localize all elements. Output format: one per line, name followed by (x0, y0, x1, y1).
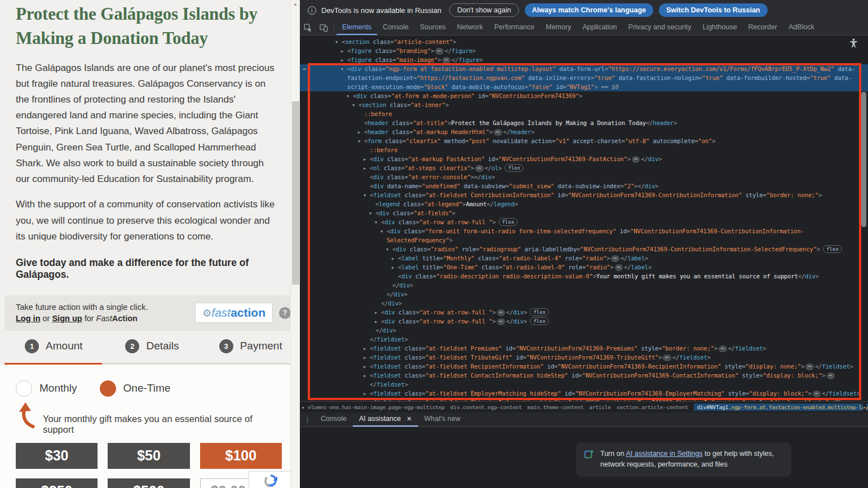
dom-tree-node[interactable]: ▸<header class="at-markup HeaderHtml">⋯<… (300, 127, 868, 136)
tab-console[interactable]: Console (377, 20, 414, 35)
radio-selected-icon[interactable] (100, 380, 116, 397)
dom-tree-node[interactable]: ▾<div class="radios" role="radiogroup" a… (300, 245, 868, 254)
expand-node-icon[interactable]: ⋯ (615, 264, 623, 271)
tree-scrollbar-thumb[interactable] (861, 92, 866, 227)
flex-badge[interactable]: flex (530, 317, 549, 325)
expand-node-icon[interactable]: ⋯ (442, 57, 450, 64)
dom-tree-node[interactable]: ▾<div class="at-row at-row-full ">flex (300, 218, 868, 227)
tab-recorder[interactable]: Recorder (743, 20, 783, 35)
step-amount[interactable]: 1Amount (5, 339, 103, 353)
log-in-link[interactable]: Log in (16, 314, 41, 323)
dom-tree-node[interactable]: </div> (300, 281, 868, 290)
dom-tree-node[interactable]: ▸<label title="One-Time" class="at-radio… (300, 263, 868, 272)
expand-node-icon[interactable]: ⋯ (827, 372, 835, 379)
expand-node-icon[interactable]: ⋯ (475, 165, 483, 172)
switch-to-russian-button[interactable]: Switch DevTools to Russian (659, 3, 767, 17)
breadcrumb-item[interactable]: main.theme-content (528, 404, 583, 410)
dom-tree-node[interactable]: ▸<fieldset class="at-fieldset Premiums" … (300, 344, 868, 353)
breadcrumb-scroll-right-icon[interactable]: ▸ (863, 402, 866, 412)
flex-badge[interactable]: flex (504, 164, 524, 172)
expand-node-icon[interactable]: ⋯ (805, 363, 813, 370)
breadcrumb-item[interactable]: div.content.ngp-content (450, 404, 522, 410)
ai-settings-link[interactable]: AI assistance in Settings (626, 450, 702, 458)
breadcrumb-item-selected[interactable]: div#NVTag1.ngp-form.at.fastaction-enable… (694, 403, 868, 411)
close-icon[interactable]: ✕ (405, 415, 411, 422)
tab-adblock[interactable]: AdBlock (783, 20, 820, 35)
inspect-icon[interactable] (300, 20, 316, 35)
breadcrumb-item[interactable]: olumns-one.has-main-image.page-ngp-multi… (308, 404, 445, 410)
frequency-option-one-time[interactable]: One-Time (100, 380, 171, 397)
dom-tree-node[interactable]: ::before (300, 145, 868, 154)
dom-tree-node[interactable]: ▸<figure class="branding">⋯</figure> (300, 46, 868, 55)
dom-tree-node[interactable]: ▸<fieldset class="at-fieldset TributeGif… (300, 353, 868, 362)
amount-button-30[interactable]: $30 (16, 443, 98, 469)
page-scrollbar[interactable]: ▲ (290, 0, 300, 488)
tab-privacy-and-security[interactable]: Privacy and security (623, 20, 697, 35)
page-scrollbar-thumb[interactable] (292, 101, 299, 285)
flex-badge[interactable]: flex (530, 308, 549, 316)
dom-tree-node[interactable]: ⋯▾<div class="ngp-form at fastaction-ena… (300, 64, 868, 91)
dom-tree-node[interactable]: </fieldset> (300, 335, 868, 344)
drawer-menu-icon[interactable]: ⋮ (300, 412, 315, 427)
tab-network[interactable]: Network (451, 20, 489, 35)
tab-memory[interactable]: Memory (540, 20, 577, 35)
recaptcha-badge[interactable] (249, 471, 292, 488)
dom-tree-node[interactable]: ▸<div class="at-row at-row-full ">⋯</div… (300, 308, 868, 317)
help-icon[interactable]: ? (279, 307, 291, 319)
flex-badge[interactable]: flex (499, 218, 518, 226)
expand-node-icon[interactable]: ⋯ (497, 309, 505, 316)
tab-elements[interactable]: Elements (336, 20, 377, 35)
radio-unselected-icon[interactable] (16, 380, 32, 397)
step-details[interactable]: 2Details (103, 339, 202, 353)
expand-node-icon[interactable]: ⋯ (663, 354, 671, 361)
expand-node-icon[interactable]: ⋯ (435, 48, 443, 55)
device-toolbar-icon[interactable] (316, 20, 331, 35)
dom-tree-node[interactable]: <legend class="at-legend">Amount</legend… (300, 199, 868, 208)
flex-badge[interactable]: flex (823, 245, 842, 253)
dom-tree-node[interactable]: ▸<div class="at-markup FastAction" id="N… (300, 154, 868, 163)
drawer-tab-ai-assistance[interactable]: AI assistance ✕ (353, 412, 418, 427)
dom-tree-node[interactable]: <div class="at-error-console"></div> (300, 172, 868, 181)
breadcrumb-item[interactable]: section.article-content (617, 404, 688, 410)
dom-tree-node[interactable]: <header class="at-title">Protect the Gal… (300, 118, 868, 127)
breadcrumb-item[interactable]: article (589, 404, 611, 410)
node-menu-dots-icon[interactable]: ⋯ (303, 64, 307, 73)
expand-node-icon[interactable]: ⋯ (497, 318, 505, 325)
dom-tree-node[interactable]: ▸<fieldset class="at-fieldset RecipientI… (300, 362, 868, 371)
tab-performance[interactable]: Performance (489, 20, 541, 35)
dom-tree-node[interactable]: ▸<fieldset class="at-fieldset EmployerMa… (300, 389, 868, 398)
dom-tree-node[interactable]: <div class="radio-description radio-desc… (300, 272, 868, 281)
dom-tree-node[interactable]: ▸<fieldset class="at-fieldset ContactInf… (300, 371, 868, 389)
tab-lighthouse[interactable]: Lighthouse (697, 20, 742, 35)
tab-sources[interactable]: Sources (414, 20, 451, 35)
accessibility-icon[interactable] (849, 38, 858, 50)
step-payment[interactable]: 3Payment (201, 339, 300, 353)
tab-application[interactable]: Application (577, 20, 622, 35)
drawer-tab-what-s-new[interactable]: What's new (418, 412, 467, 427)
drawer-tab-console[interactable]: Console (315, 412, 353, 427)
expand-node-icon[interactable]: ⋯ (719, 345, 727, 352)
dom-tree-node[interactable]: ▾<section class="at-inner"> (300, 100, 868, 109)
expand-node-icon[interactable]: ⋯ (611, 255, 619, 262)
dom-tree-node[interactable]: ▸<figure class="main-image">⋯</figure> (300, 55, 868, 64)
expand-node-icon[interactable]: ⋯ (813, 391, 821, 397)
amount-button-500[interactable]: $500 (108, 478, 189, 488)
breadcrumb-scroll-left-icon[interactable]: ◂ (301, 402, 304, 412)
amount-button-50[interactable]: $50 (108, 443, 189, 469)
dom-tree-node[interactable]: ▾<form class="clearfix" method="post" no… (300, 136, 868, 145)
dom-tree-node[interactable]: </div> (300, 326, 868, 335)
dom-tree-node[interactable]: ▾<div class="form-unit form-unit-radio f… (300, 227, 868, 245)
dom-tree-node[interactable]: ▾<fieldset class="at-fieldset Contributi… (300, 190, 868, 199)
dom-tree-node[interactable]: ▸<label title="Monthly" class="at-radio-… (300, 254, 868, 263)
dom-tree-node[interactable]: </div> (300, 290, 868, 299)
frequency-option-monthly[interactable]: Monthly (16, 380, 77, 397)
dom-tree-node[interactable]: </div> (300, 299, 868, 308)
expand-node-icon[interactable]: ⋯ (632, 156, 640, 163)
dont-show-again-button[interactable]: Don't show again (449, 3, 519, 17)
dom-tree-node[interactable]: ▾<div class="at-fields"> (300, 208, 868, 218)
amount-button-250[interactable]: $250 (16, 478, 98, 488)
sign-up-link[interactable]: Sign up (52, 314, 82, 323)
dom-tree-node[interactable]: ▸<ol class="at-steps clearfix">⋯</ol>fle… (300, 163, 868, 172)
dom-tree-node[interactable]: ▾<section class="article-content"> (300, 37, 868, 46)
dom-tree-node[interactable]: ▾<div class="at-form at-mode-person" id=… (300, 91, 868, 100)
